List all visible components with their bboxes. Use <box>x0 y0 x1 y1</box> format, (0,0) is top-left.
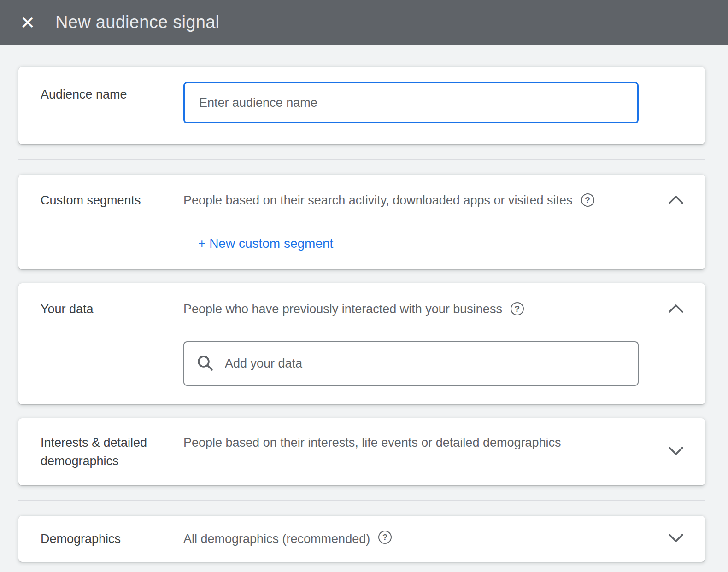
demographics-label: Demographics <box>41 530 183 548</box>
dialog-title: New audience signal <box>55 12 219 32</box>
chevron-up-icon <box>668 195 684 207</box>
custom-segments-description: People based on their search activity, d… <box>183 191 573 210</box>
expand-button[interactable] <box>660 533 692 545</box>
interests-demographics-label: Interests & detailed demographics <box>41 433 183 470</box>
custom-segments-header[interactable]: Custom segments People based on their se… <box>41 191 692 210</box>
your-data-label: Your data <box>41 300 183 318</box>
interests-demographics-card[interactable]: Interests & detailed demographics People… <box>18 418 705 485</box>
help-icon[interactable]: ? <box>378 531 392 544</box>
audience-name-label: Audience name <box>41 85 183 104</box>
audience-name-card: Audience name <box>18 67 705 144</box>
close-icon[interactable]: ✕ <box>18 13 38 32</box>
your-data-card: Your data People who have previously int… <box>18 283 705 404</box>
custom-segments-label: Custom segments <box>41 191 183 210</box>
search-icon <box>196 354 214 374</box>
expand-button[interactable] <box>660 446 692 458</box>
collapse-button[interactable] <box>660 195 692 207</box>
help-icon[interactable]: ? <box>511 302 524 315</box>
collapse-button[interactable] <box>660 304 692 315</box>
demographics-card[interactable]: Demographics All demographics (recommend… <box>18 516 705 562</box>
interests-demographics-description: People based on their interests, life ev… <box>183 433 561 452</box>
chevron-down-icon <box>668 533 684 545</box>
your-data-description: People who have previously interacted wi… <box>183 300 502 318</box>
dialog-body: Audience name Custom segments People bas… <box>0 45 728 562</box>
chevron-down-icon <box>668 446 684 458</box>
divider <box>18 500 705 501</box>
custom-segments-card: Custom segments People based on their se… <box>18 175 705 269</box>
audience-name-input[interactable] <box>183 82 639 123</box>
help-icon[interactable]: ? <box>581 193 594 207</box>
your-data-search-field[interactable] <box>183 341 639 386</box>
your-data-search-input[interactable] <box>224 356 626 371</box>
chevron-up-icon <box>668 304 684 315</box>
new-custom-segment-link[interactable]: + New custom segment <box>198 236 333 251</box>
divider <box>18 159 705 160</box>
dialog-header: ✕ New audience signal <box>0 0 728 45</box>
your-data-header[interactable]: Your data People who have previously int… <box>41 300 692 318</box>
demographics-description: All demographics (recommended) <box>183 530 370 548</box>
